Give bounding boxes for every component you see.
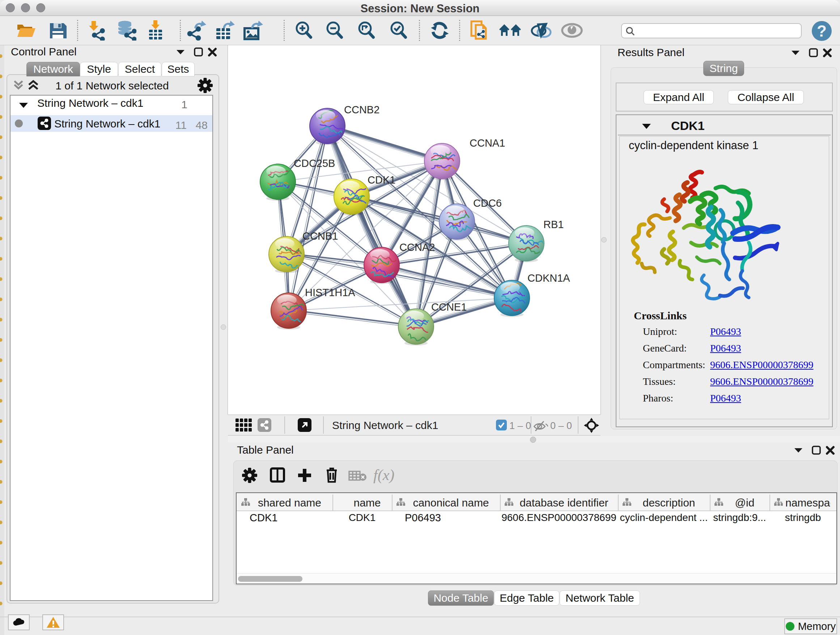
svg-text:CDKN1A: CDKN1A	[527, 272, 570, 284]
svg-text:CDC6: CDC6	[473, 197, 502, 209]
svg-text:CCNE1: CCNE1	[431, 301, 467, 313]
svg-text:CCNA2: CCNA2	[399, 241, 435, 253]
svg-text:CDK1: CDK1	[368, 174, 395, 186]
svg-text:CCNB1: CCNB1	[302, 230, 338, 242]
svg-text:CCNA1: CCNA1	[470, 137, 505, 149]
svg-text:RB1: RB1	[543, 219, 564, 230]
svg-text:HIST1H1A: HIST1H1A	[305, 287, 355, 298]
svg-text:CCNB2: CCNB2	[344, 104, 379, 116]
svg-text:CDC25B: CDC25B	[294, 157, 335, 169]
